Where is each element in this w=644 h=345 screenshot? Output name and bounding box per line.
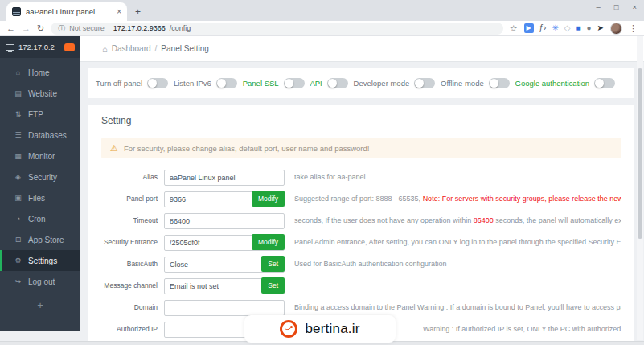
toggle-switch-google-authentication[interactable]: [594, 78, 615, 88]
sidebar-item-website[interactable]: ▤Website: [0, 83, 80, 104]
extension-icons: ▶ƒ›✳◇■●➤: [524, 23, 604, 33]
sidebar-item-log-out[interactable]: ↪Log out: [0, 271, 80, 292]
ext-blue-square-icon[interactable]: ■: [576, 24, 581, 32]
log-out-icon: ↪: [13, 277, 23, 285]
panel-port-description: Suggested range of port: 8888 - 65535, N…: [294, 195, 621, 203]
sidebar-item-databases[interactable]: ☰Databases: [0, 125, 80, 146]
basicauth-set-button[interactable]: Set: [261, 256, 285, 272]
domain-input[interactable]: [164, 300, 285, 316]
sidebar-item-label: Log out: [28, 277, 55, 286]
ext-shield-icon[interactable]: ◇: [564, 24, 571, 32]
toggle-switch-listen-ipv6[interactable]: [216, 78, 237, 88]
message-channel-set-button[interactable]: Set: [261, 277, 285, 294]
sidebar-item-monitor[interactable]: ▦Monitor: [0, 146, 80, 166]
sidebar-item-app-store[interactable]: ⊞App Store: [0, 229, 80, 250]
ext-snowflake-icon[interactable]: ✳: [552, 24, 558, 32]
tab-close-icon[interactable]: ×: [117, 7, 121, 16]
sidebar-item-security[interactable]: ◈Security: [0, 166, 80, 187]
authorized-ip-description: Warning : If authorized IP is set, ONLY …: [423, 325, 621, 333]
toggle-label: Offline mode: [441, 79, 484, 88]
sidebar-menu: ⌂Home▤Website⇅FTP☰Databases▦Monitor◈Secu…: [0, 62, 80, 292]
basicauth-label: BasicAuth: [101, 260, 158, 268]
description-text: seconds, If the user does not have any o…: [294, 216, 474, 224]
form-row-timeout: Timeoutseconds, If the user does not hav…: [101, 212, 621, 228]
window-maximize-button[interactable]: □: [614, 2, 619, 11]
window-minimize-button[interactable]: –: [596, 2, 600, 11]
reload-icon[interactable]: ↻: [37, 24, 44, 33]
sidebar-add-button[interactable]: +: [0, 299, 80, 311]
toggle-switch-developer-mode[interactable]: [414, 78, 435, 88]
description-text: Used for BasicAuth authentication config…: [294, 260, 447, 268]
sidebar-item-cron[interactable]: ◔Cron: [0, 208, 80, 229]
toggle-switch-api[interactable]: [327, 78, 348, 88]
ext-gray-icon[interactable]: ●: [587, 24, 592, 32]
authorized-ip-label: Authorized IP: [101, 325, 158, 333]
description-text: Warning : If authorized IP is set, ONLY …: [423, 325, 621, 333]
scrollbar-thumb[interactable]: [638, 68, 642, 239]
profile-avatar[interactable]: [610, 23, 622, 35]
description-text: seconds, the panel will automatically ex…: [494, 216, 621, 224]
website-icon: ▤: [13, 89, 23, 97]
sidebar-header[interactable]: 172.17.0.2: [0, 36, 80, 58]
sidebar-item-label: Cron: [28, 215, 46, 224]
form-row-alias: Aliastake alias for aa-panel: [101, 169, 621, 185]
browser-tab[interactable]: aaPanel Linux panel ×: [6, 2, 127, 21]
sidebar-item-label: Website: [28, 89, 57, 98]
sidebar-item-files[interactable]: ▣Files: [0, 187, 80, 208]
sidebar-item-label: App Store: [28, 236, 64, 244]
alias-input[interactable]: [164, 170, 285, 186]
security-entrance-description: Panel Admin entrance, After setting, you…: [294, 238, 621, 246]
toggle-api: API: [310, 78, 347, 88]
sidebar-item-home[interactable]: ⌂Home: [0, 62, 80, 83]
server-ip: 172.17.0.2: [18, 43, 60, 51]
window-controls: – □ ×: [596, 2, 637, 11]
back-icon[interactable]: ←: [6, 24, 15, 33]
ext-function-icon[interactable]: ƒ›: [539, 24, 547, 32]
forward-icon[interactable]: →: [22, 24, 31, 33]
timeout-label: Timeout: [101, 216, 158, 224]
description-text: Suggested range of port: 8888 - 65535,: [294, 195, 423, 203]
timeout-description: seconds, If the user does not have any o…: [294, 216, 621, 224]
vertical-scrollbar[interactable]: [637, 36, 643, 340]
alias-description: take alias for aa-panel: [294, 173, 621, 181]
sidebar-item-label: Home: [28, 68, 50, 77]
security-entrance-modify-button[interactable]: Modify: [252, 234, 285, 250]
toggle-switch-turn-off-panel[interactable]: [147, 78, 168, 88]
setting-card: Setting ⚠ For security, please change al…: [88, 105, 634, 345]
new-tab-button[interactable]: +: [135, 6, 141, 18]
breadcrumb-dashboard-link[interactable]: Dashboard: [112, 44, 151, 53]
browser-window: aaPanel Linux panel × + – □ × ← → ↻ ⓘ No…: [0, 0, 644, 345]
bookmark-star-icon[interactable]: ☆: [510, 23, 518, 34]
switch-knob: [328, 79, 337, 88]
window-close-button[interactable]: ×: [632, 2, 637, 11]
ext-blue-play-icon[interactable]: ▶: [524, 23, 534, 33]
toggle-row: Turn off panelListen IPv6Panel SSLAPIDev…: [88, 68, 634, 98]
toggle-switch-panel-ssl[interactable]: [284, 78, 305, 88]
panel-port-label: Panel port: [101, 195, 158, 203]
switch-knob: [148, 79, 157, 88]
sidebar-column: 172.17.0.2 ⌂Home▤Website⇅FTP☰Databases▦M…: [0, 36, 80, 345]
sidebar: 172.17.0.2 ⌂Home▤Website⇅FTP☰Databases▦M…: [0, 36, 80, 331]
address-bar[interactable]: ⓘ Not secure 172.17.0.2:9366 /config: [51, 23, 502, 35]
url-path: /config: [170, 24, 191, 32]
sidebar-item-ftp[interactable]: ⇅FTP: [0, 104, 80, 125]
toggle-offline-mode: Offline mode: [441, 78, 510, 88]
tab-title: aaPanel Linux panel: [26, 7, 113, 16]
toggle-label: API: [310, 79, 322, 88]
toggle-switch-offline-mode[interactable]: [489, 78, 510, 88]
url-host: 172.17.0.2:9366: [113, 24, 166, 32]
switch-knob: [415, 79, 424, 88]
message-badge[interactable]: [64, 43, 75, 51]
browser-menu-icon[interactable]: ⋮: [629, 23, 638, 34]
not-secure-label: Not secure: [69, 24, 105, 32]
panel-port-modify-button[interactable]: Modify: [252, 191, 285, 207]
timeout-input[interactable]: [164, 213, 285, 229]
info-icon[interactable]: ⓘ: [58, 23, 65, 34]
sidebar-item-settings[interactable]: ⚙Settings: [0, 250, 80, 271]
toggle-listen-ipv6: Listen IPv6: [174, 78, 237, 88]
toggle-turn-off-panel: Turn off panel: [96, 78, 168, 88]
settings-form: Aliastake alias for aa-panelPanel portMo…: [101, 169, 621, 337]
security-entrance-label: Security Entrance: [101, 238, 158, 246]
security-entrance-group: Modify: [164, 234, 285, 250]
ext-pin-icon[interactable]: ➤: [597, 24, 604, 32]
